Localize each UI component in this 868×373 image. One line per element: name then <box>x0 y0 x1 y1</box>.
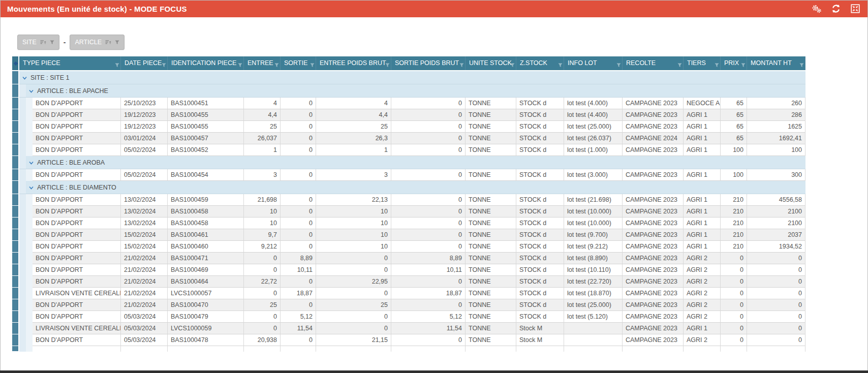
column-filter-icon[interactable] <box>799 59 804 70</box>
row-indicator <box>12 144 19 156</box>
cell-montant-ht: 0 <box>747 276 805 288</box>
group-row-article[interactable]: ARTICLE : BLE AROBA <box>12 156 805 169</box>
table-row[interactable]: BON D'APPORT05/03/2024BAS100047820,93802… <box>12 334 805 346</box>
group-chip-site[interactable]: SITE <box>17 35 59 50</box>
column-header-date-piece[interactable]: DATE PIECE <box>121 56 168 70</box>
group-row-article[interactable]: ARTICLE : BLE APACHE <box>12 84 805 98</box>
column-header-montant-ht[interactable]: MONTANT HT <box>747 56 805 70</box>
cell-prix: 210 <box>721 229 747 241</box>
cell-entree: 10 <box>244 217 281 229</box>
row-indent <box>26 346 33 352</box>
column-filter-icon[interactable] <box>558 59 563 70</box>
column-filter-icon[interactable] <box>677 59 682 70</box>
cell-prix: 65 <box>721 109 747 121</box>
column-header-prix[interactable]: PRIX <box>721 56 747 70</box>
table-row[interactable]: BON D'APPORT15/02/2024BAS10004619,70100T… <box>12 229 805 241</box>
group-indent <box>19 181 26 194</box>
row-indent <box>19 206 26 217</box>
cell-z-stock: STOCK d <box>516 206 564 217</box>
column-header-entree-poids-brut[interactable]: ENTREE POIDS BRUT <box>316 56 391 70</box>
cell-sortie: 0 <box>281 334 316 346</box>
table-row[interactable]: LIVRAISON VENTE CEREALE05/03/2024LVCS100… <box>12 323 805 334</box>
column-header-entree[interactable]: ENTREE <box>244 56 281 70</box>
column-filter-icon[interactable] <box>115 59 119 70</box>
table-row[interactable]: BON D'APPORT21/02/2024BAS1000470250250TO… <box>12 299 805 311</box>
column-filter-icon[interactable] <box>459 59 464 70</box>
column-filter-icon[interactable] <box>238 59 242 70</box>
row-indicator <box>12 288 19 299</box>
settings-gears-icon[interactable] <box>811 4 822 14</box>
table-row[interactable]: BON D'APPORT03/01/2024BAS100045726,03702… <box>12 133 805 144</box>
row-indicator <box>12 156 19 169</box>
table-row[interactable]: BON D'APPORT13/02/2024BAS1000458100100TO… <box>12 206 805 217</box>
cell-date-piece: 25/10/2023 <box>121 98 168 109</box>
column-filter-icon[interactable] <box>741 59 746 70</box>
group-row-article[interactable]: ARTICLE : BLE DIAMENTO <box>12 181 805 194</box>
table-row[interactable]: BON D'APPORT21/02/2024BAS100046422,72022… <box>12 276 805 288</box>
filter-icon[interactable] <box>50 40 54 45</box>
column-filter-icon[interactable] <box>715 59 719 70</box>
cell-date-piece: 05/02/2024 <box>121 169 168 181</box>
cell-tiers: AGRI 1 <box>684 169 721 181</box>
sort-icon[interactable] <box>40 40 46 45</box>
column-header-z-stock[interactable]: Z.STOCK <box>516 56 564 70</box>
cell-z-stock: STOCK d <box>516 169 564 181</box>
chevron-down-icon[interactable] <box>29 186 34 190</box>
table-row[interactable]: BON D'APPORT21/02/2024BAS1000469010,1101… <box>12 264 805 276</box>
column-header-tiers[interactable]: TIERS <box>684 56 721 70</box>
chevron-down-icon[interactable] <box>22 76 27 80</box>
column-header-unite-stock[interactable]: UNITE STOCK <box>466 56 516 70</box>
cell-prix: 210 <box>721 241 747 253</box>
cell-identication-piece: BAS1000471 <box>168 253 244 264</box>
column-filter-icon[interactable] <box>385 59 390 70</box>
column-filter-icon[interactable] <box>310 59 315 70</box>
column-header-recolte[interactable]: RECOLTE <box>623 56 684 70</box>
column-header-identication-piece[interactable]: IDENTICATION PIECE <box>168 56 244 70</box>
table-row[interactable]: BON D'APPORT25/10/2023BAS10004514040TONN… <box>12 98 805 109</box>
cell-prix: 0 <box>721 323 747 334</box>
group-cell: ARTICLE : BLE DIAMENTO <box>26 181 805 194</box>
cell-sortie: 0 <box>281 229 316 241</box>
filter-icon[interactable] <box>115 40 119 45</box>
chevron-down-icon[interactable] <box>29 89 34 93</box>
table-row[interactable]: BON D'APPORT05/03/2024BAS100047905,1205,… <box>12 311 805 323</box>
cell-date-piece: 19/12/2023 <box>121 109 168 121</box>
cell-info-lot: lot test (4.000) <box>564 98 623 109</box>
table-row[interactable]: BON D'APPORT19/12/2023BAS10004554,404,40… <box>12 109 805 121</box>
table-row[interactable]: BON D'APPORT13/02/2024BAS100045921,69802… <box>12 194 805 206</box>
table-row[interactable]: BON D'APPORT13/02/2024BAS1000458100100TO… <box>12 217 805 229</box>
sort-icon[interactable] <box>105 40 111 45</box>
column-header-sortie-poids-brut[interactable]: SORTIE POIDS BRUT <box>391 56 466 70</box>
collapse-focus-icon[interactable] <box>850 4 861 14</box>
column-filter-icon[interactable] <box>510 59 515 70</box>
table-row[interactable]: LIVRAISON VENTE CEREALE21/02/2024LVCS100… <box>12 288 805 299</box>
table-row[interactable]: BON D'APPORT19/12/2023BAS1000455250250TO… <box>12 121 805 133</box>
row-indent <box>26 241 33 253</box>
column-filter-icon[interactable] <box>274 59 279 70</box>
column-header-sortie[interactable]: SORTIE <box>281 56 316 70</box>
group-row-site[interactable]: SITE : SITE 1 <box>12 71 805 84</box>
table-row[interactable]: BON D'APPORT15/02/2024BAS10004609,212010… <box>12 241 805 253</box>
table-row[interactable]: BON D'APPORT05/02/2024BAS10004521010TONN… <box>12 144 805 156</box>
refresh-icon[interactable] <box>830 4 842 14</box>
table-row-partial <box>12 346 805 352</box>
cell-tiers: AGRI 1 <box>684 241 721 253</box>
group-chip-article[interactable]: ARTICLE <box>70 35 125 50</box>
row-indicator <box>12 241 19 253</box>
cell-type-piece: BON D'APPORT <box>33 264 121 276</box>
chevron-down-icon[interactable] <box>29 161 34 165</box>
cell-info-lot: lot test (10.000) <box>564 217 623 229</box>
cell-montant-ht: 0 <box>747 334 805 346</box>
column-filter-icon[interactable] <box>616 59 621 70</box>
column-header-info-lot[interactable]: INFO LOT <box>564 56 623 70</box>
cell-info-lot: lot test (8.890) <box>564 253 623 264</box>
cell-tiers: AGRI 2 <box>684 264 721 276</box>
cell-montant-ht: 100 <box>747 144 805 156</box>
cell-sortie: 0 <box>281 169 316 181</box>
table-row[interactable]: BON D'APPORT05/02/2024BAS10004543030TONN… <box>12 169 805 181</box>
cell-tiers: AGRI 1 <box>684 229 721 241</box>
table-row[interactable]: BON D'APPORT21/02/2024BAS100047108,8908,… <box>12 253 805 264</box>
column-header-type-piece[interactable]: TYPE PIECE <box>19 56 121 70</box>
column-filter-icon[interactable] <box>162 59 166 70</box>
group-label-site: SITE : SITE 1 <box>30 74 69 81</box>
